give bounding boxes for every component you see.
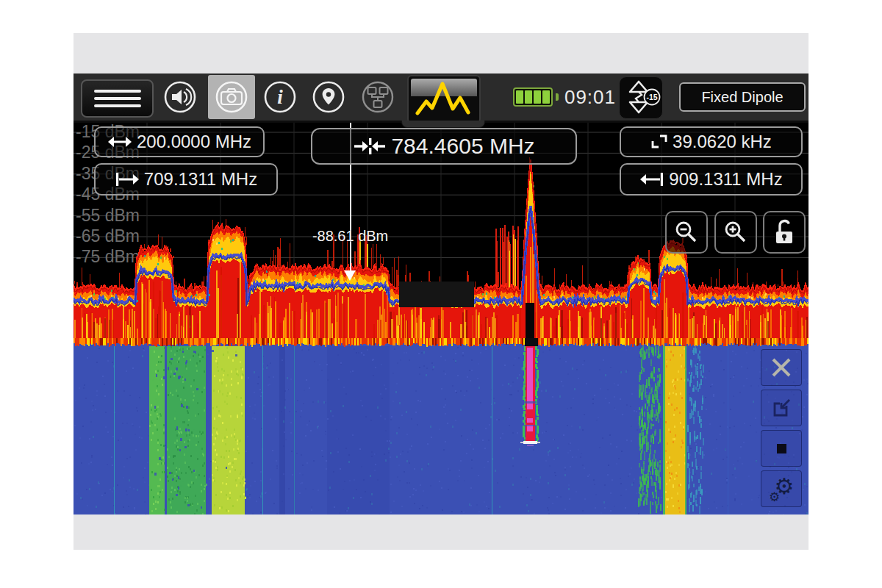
analyzer-screen: i 09:01 (74, 74, 808, 514)
unlock-icon (772, 218, 797, 247)
stop-freq-icon (639, 171, 664, 187)
toolbar: i 09:01 (74, 74, 808, 123)
menu-button[interactable] (81, 79, 154, 118)
spectrum-waveform-icon (409, 76, 476, 119)
waterfall-plot (74, 338, 808, 514)
speaker-button[interactable] (164, 81, 196, 113)
tab-spectrum[interactable] (407, 75, 481, 123)
import-arrow-icon (770, 396, 793, 420)
zoom-out-button[interactable] (665, 211, 708, 254)
gear-small-icon: ⚙ (769, 491, 780, 503)
rbw-value: 39.0620 kHz (673, 132, 772, 152)
marker-readout: -88.61 dBm (299, 228, 402, 245)
antenna-select-button[interactable]: Fixed Dipole (679, 82, 806, 112)
clock: 09:01 (562, 86, 619, 109)
battery-icon (513, 87, 553, 107)
camera-button[interactable] (215, 81, 248, 113)
stop-button[interactable] (761, 430, 802, 467)
start-freq-value: 709.1311 MHz (144, 169, 257, 190)
save-capture-button[interactable] (761, 390, 802, 426)
zoom-out-icon (673, 219, 700, 245)
stop-freq-value: 909.1311 MHz (669, 169, 782, 190)
network-button[interactable] (362, 81, 394, 113)
info-button[interactable]: i (264, 81, 296, 113)
marker-arrow-icon (344, 270, 356, 281)
spectrum-display[interactable]: -15 dBm-25 dBm-35 dBm-45 dBm-55 dBm-65 d… (74, 121, 808, 338)
settings-button[interactable]: ⚙ ⚙ (761, 470, 802, 507)
zoom-in-icon (723, 219, 749, 245)
attenuator-button[interactable]: -15 (619, 76, 663, 119)
menu-icon (94, 90, 141, 93)
svg-text:i: i (277, 86, 283, 108)
screenshot-panel: i 09:01 (74, 33, 808, 550)
rbw-icon (650, 135, 668, 149)
start-freq-readout-button[interactable]: 709.1311 MHz (94, 163, 278, 196)
redacted-region (399, 282, 474, 307)
start-freq-icon (115, 171, 140, 187)
stop-freq-readout-button[interactable]: 909.1311 MHz (620, 163, 803, 196)
span-readout-button[interactable]: 200.0000 MHz (94, 126, 265, 157)
close-button[interactable] (761, 349, 802, 386)
waterfall-display[interactable]: ⚙ ⚙ (74, 338, 808, 514)
span-value: 200.0000 MHz (137, 132, 251, 152)
zoom-in-button[interactable] (714, 211, 757, 254)
rbw-readout-button[interactable]: 39.0620 kHz (620, 126, 803, 157)
lock-button[interactable] (763, 211, 806, 254)
center-freq-value: 784.4605 MHz (391, 134, 534, 159)
center-freq-readout-button[interactable]: 784.4605 MHz (311, 128, 577, 165)
tab-spectrum-base (401, 121, 485, 128)
stop-icon (777, 444, 786, 453)
attenuation-badge: -15 (646, 93, 657, 101)
antenna-label: Fixed Dipole (701, 89, 783, 106)
span-icon (107, 134, 132, 150)
center-freq-icon (353, 137, 387, 156)
close-icon (770, 356, 792, 379)
location-button[interactable] (312, 81, 345, 113)
attenuator-icon: -15 (620, 77, 661, 117)
